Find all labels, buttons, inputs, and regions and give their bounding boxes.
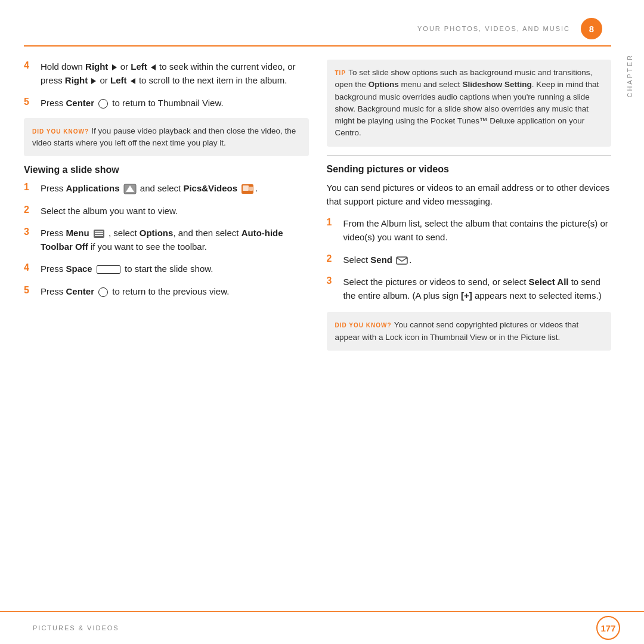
step-number: 5 (24, 285, 41, 296)
step-text: Select Send . (343, 253, 412, 267)
step-number: 4 (24, 60, 41, 71)
step-number: 2 (24, 205, 41, 215)
main-content: 4 Hold down Right or Left to seek within… (24, 54, 611, 608)
step-text: Press Space to start the slide show. (41, 262, 213, 275)
page-number: 177 (596, 616, 620, 640)
menu-icon (93, 229, 105, 239)
step-text: Select the pictures or videos to send, o… (343, 275, 612, 303)
list-item: 2 Select the album you want to view. (24, 204, 309, 218)
step-number: 1 (24, 182, 41, 193)
list-item: 5 Press Center to return to Thumbnail Vi… (24, 96, 309, 110)
svg-rect-8 (95, 235, 103, 236)
tip-label: TIP (335, 70, 346, 76)
arrow-left-icon2 (131, 78, 135, 84)
step-text: Hold down Right or Left to seek within t… (41, 60, 309, 88)
list-item: 5 Press Center to return to the previous… (24, 284, 309, 298)
step-text: Press Menu , select Options, and then se… (41, 226, 309, 254)
divider (327, 155, 612, 156)
pics-videos-icon (241, 184, 254, 194)
applications-icon (123, 184, 137, 194)
section-heading-slideshow: Viewing a slide show (24, 165, 309, 175)
arrow-right-icon (112, 64, 117, 70)
list-item: 3 Select the pictures or videos to send,… (327, 275, 612, 303)
orange-divider (24, 45, 611, 47)
page-container: YOUR PHOTOS, VIDEOS, AND MUSIC 8 CHAPTER… (0, 0, 644, 644)
step-text: Press Center to return to Thumbnail View… (41, 96, 224, 110)
right-column: TIP To set slide show options such as ba… (327, 54, 612, 608)
list-item: 4 Hold down Right or Left to seek within… (24, 60, 309, 88)
did-you-know-label-2: DID YOU KNOW? (335, 322, 392, 329)
chapter-badge: 8 (581, 18, 602, 39)
arrow-left-icon (151, 64, 156, 70)
left-column: 4 Hold down Right or Left to seek within… (24, 54, 309, 608)
list-item: 3 Press Menu , select Options, and then … (24, 226, 309, 254)
list-item: 2 Select Send . (327, 253, 612, 267)
send-icon (396, 256, 408, 265)
list-item: 1 Press Applications and select Pics&Vid… (24, 181, 309, 195)
did-you-know-box-2: DID YOU KNOW? You cannot send copyrighte… (327, 312, 612, 351)
tip-box: TIP To set slide show options such as ba… (327, 60, 612, 147)
tip-text: To set slide show options such as backgr… (335, 68, 599, 137)
bottom-footer: PICTURES & VIDEOS 177 (0, 611, 644, 644)
chapter-label: CHAPTER (626, 54, 633, 98)
step-number: 4 (24, 262, 41, 273)
space-button-icon (97, 265, 120, 274)
step-text: Press Center to return to the previous v… (41, 284, 229, 298)
footer-left-text: PICTURES & VIDEOS (33, 624, 119, 631)
step-number: 1 (327, 217, 343, 228)
step-number: 2 (327, 253, 343, 264)
step-text: Press Applications and select Pics&Video… (41, 181, 258, 195)
center-button-icon2 (98, 287, 108, 297)
top-header: YOUR PHOTOS, VIDEOS, AND MUSIC 8 (0, 18, 644, 39)
step-number: 3 (24, 227, 41, 237)
step-text: From the Album list, select the album th… (343, 216, 612, 244)
header-title: YOUR PHOTOS, VIDEOS, AND MUSIC (417, 25, 570, 32)
section-intro: You can send pictures or videos to an em… (327, 181, 612, 209)
svg-rect-4 (249, 187, 253, 191)
did-you-know-label: DID YOU KNOW? (32, 128, 89, 135)
svg-rect-9 (397, 257, 407, 264)
list-item: 1 From the Album list, select the album … (327, 216, 612, 244)
arrow-right-icon2 (91, 78, 96, 84)
svg-rect-6 (95, 231, 103, 233)
svg-rect-7 (95, 233, 103, 234)
list-item: 4 Press Space to start the slide show. (24, 262, 309, 275)
svg-rect-3 (243, 185, 249, 191)
section-heading-sending: Sending pictures or videos (327, 164, 612, 175)
center-button-icon (98, 99, 108, 109)
step-number: 5 (24, 97, 41, 107)
step-number: 3 (327, 275, 343, 286)
did-you-know-box-1: DID YOU KNOW? If you pause video playbac… (24, 118, 309, 157)
step-text: Select the album you want to view. (41, 204, 178, 218)
